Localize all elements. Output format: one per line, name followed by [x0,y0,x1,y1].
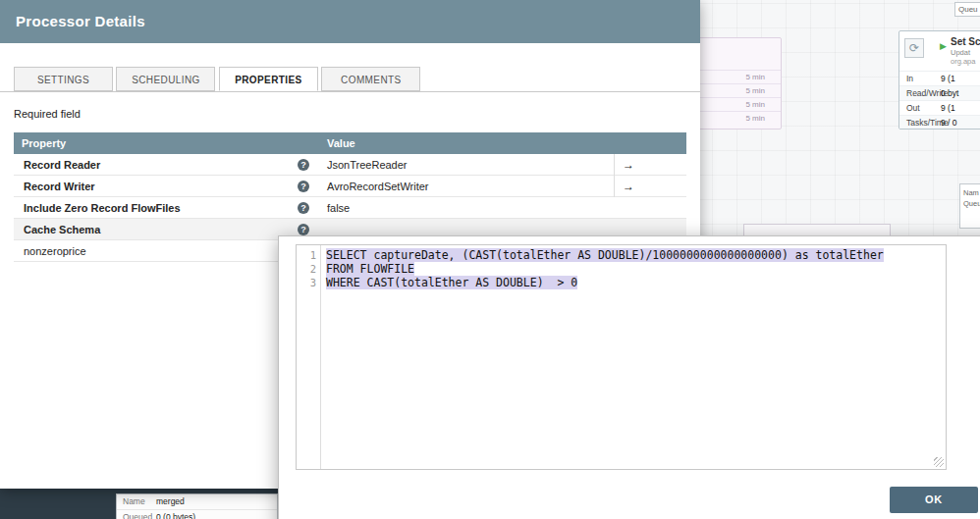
table-row[interactable]: Include Zero Record FlowFiles ? false [14,197,686,219]
table-row[interactable]: Record Writer ? AvroRecordSetWriter → [14,176,686,197]
line-number-gutter: 1 2 3 [297,245,321,469]
tab-properties[interactable]: PROPERTIES [219,67,318,91]
processor-stats: In 9 (1 Read/Write 0 byt Out 9 (1 Tasks/… [899,71,980,130]
code-line: SELECT captureDate, (CAST(totalEther AS … [326,248,884,262]
tab-scheduling[interactable]: SCHEDULING [116,67,215,91]
goto-service-arrow-icon[interactable]: → [614,176,686,197]
stat-row: In 9 (1 [899,71,980,85]
property-value[interactable]: JsonTreeReader [319,159,614,171]
property-name: Include Zero Record FlowFiles [24,202,181,214]
stat-row: Tasks/Time 9 / 0 [899,115,980,130]
run-status-icon: ▶ [940,41,947,51]
table-header: Property Value [14,132,686,154]
processor-component[interactable]: ⟳ ▶ Set Sc Updat org.apa In 9 (1 Read/Wr… [898,30,980,130]
stat-window: 5 min [688,111,781,125]
processor-subtitle: Updat [951,48,970,57]
column-value: Value [319,137,686,149]
line-number: 1 [297,248,316,262]
stat-window: 5 min [688,70,781,83]
connection-queued-label: Queued [123,512,156,519]
connection-label-edge: Nam Queu [959,183,980,229]
property-value[interactable]: AvroRecordSetWriter [319,181,614,192]
table-row[interactable]: Record Reader ? JsonTreeReader → [14,154,686,176]
property-editor-popup: 1 2 3 SELECT captureDate, (CAST(totalEth… [278,235,980,519]
tab-bar: SETTINGS SCHEDULING PROPERTIES COMMENTS [0,67,700,92]
queue-label-partial: Queu [954,2,980,17]
help-icon[interactable]: ? [298,224,309,235]
property-name: Record Reader [24,159,100,171]
connection-label[interactable]: Name merged Queued 0 (0 bytes) [116,493,278,519]
code-content[interactable]: SELECT captureDate, (CAST(totalEther AS … [321,245,946,469]
sql-editor[interactable]: 1 2 3 SELECT captureDate, (CAST(totalEth… [296,244,947,470]
processor-type: org.apa [951,57,975,66]
line-number: 2 [297,262,316,276]
code-line: FROM FLOWFILE [326,262,414,276]
stat-row: Out 9 (1 [899,100,980,115]
dialog-title: Processor Details [0,0,700,43]
help-icon[interactable]: ? [298,202,309,214]
connection-queued-value: 0 (0 bytes) [156,512,195,519]
line-number: 3 [297,276,316,289]
stat-window: 5 min [688,83,781,97]
tab-settings[interactable]: SETTINGS [14,67,113,91]
processor-name: Set Sc [951,36,980,47]
goto-service-arrow-icon[interactable]: → [614,154,686,176]
connection-name-label: Name [123,496,156,507]
property-name: nonzeroprice [24,245,86,257]
property-name: Cache Schema [24,224,100,235]
connection-name-value: merged [156,496,185,507]
resize-handle[interactable] [934,457,944,467]
processor-type-icon: ⟳ [904,38,924,58]
help-icon[interactable]: ? [298,159,309,171]
required-field-label: Required field [14,108,700,120]
arrow-cell-empty [614,197,686,219]
property-name: Record Writer [24,181,95,192]
column-property: Property [14,137,319,149]
ok-button[interactable]: OK [890,487,978,513]
processor-component-partial[interactable]: 5 min 5 min 5 min 5 min [687,37,782,130]
property-value[interactable]: false [319,202,614,214]
stat-window: 5 min [688,97,781,111]
tab-comments[interactable]: COMMENTS [321,67,420,91]
stat-row: Read/Write 0 byt [899,85,980,100]
code-line: WHERE CAST(totalEther AS DOUBLE) > 0 [326,276,577,289]
help-icon[interactable]: ? [298,181,309,192]
